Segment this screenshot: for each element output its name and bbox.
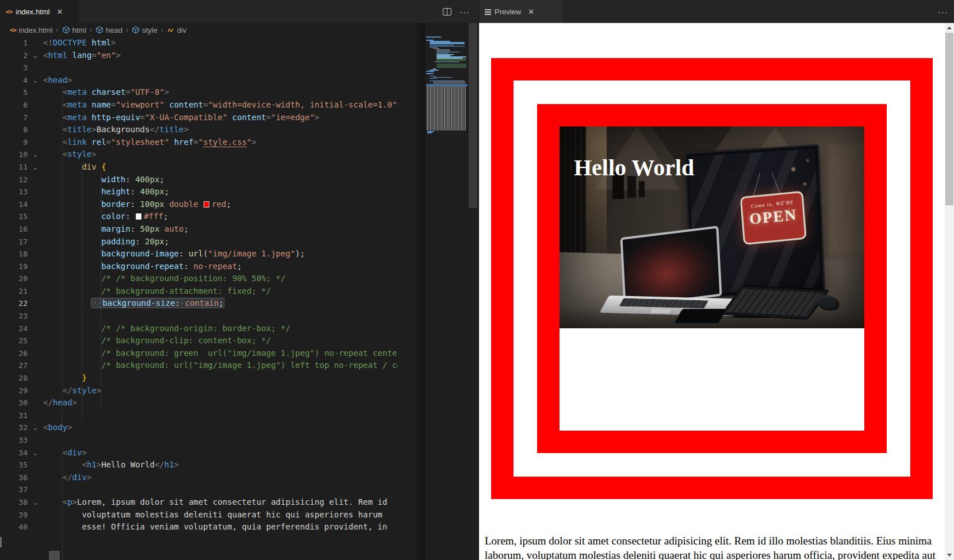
indent-guide <box>101 174 101 408</box>
code-line-10[interactable]: 10⌄ <style> <box>0 148 479 161</box>
gutter-decoration <box>0 537 2 547</box>
scroll-up-icon[interactable] <box>947 26 952 29</box>
fold-spacer <box>28 112 43 124</box>
code-line-21[interactable]: 21 /* background-attachment: fixed; */ <box>0 285 479 298</box>
breadcrumb-item-index.html[interactable]: <>index.html <box>10 26 53 34</box>
code-line-35[interactable]: 35 <h1>Hello World</h1> <box>0 459 479 471</box>
fold-spacer <box>28 409 43 422</box>
close-tab-icon[interactable]: ✕ <box>55 6 66 17</box>
code-line-36[interactable]: 36 </div> <box>0 471 479 484</box>
page-scrollbar-thumb[interactable] <box>945 33 953 205</box>
code-line-15[interactable]: 15 color: #fff; <box>0 210 479 223</box>
paragraph-line: laborum, voluptatum molestias deleniti q… <box>485 548 942 560</box>
code-line-40[interactable]: 40 esse! Officia veniam voluptatum, quia… <box>0 521 479 534</box>
fold-spacer <box>28 198 43 211</box>
minimap[interactable] <box>426 23 468 560</box>
code-line-13[interactable]: 13 height: 400px; <box>0 186 479 198</box>
code-line-11[interactable]: 11⌄ div { <box>0 161 479 174</box>
fold-spacer <box>28 285 43 298</box>
preview-tab-label: Preview <box>495 7 521 16</box>
breadcrumb-separator: › <box>56 26 59 34</box>
code-line-26[interactable]: 26 /* background: green url("img/image 1… <box>0 347 479 360</box>
fold-spacer <box>28 223 43 236</box>
code-line-3[interactable]: 3 <box>0 62 479 74</box>
code-line-20[interactable]: 20 /* /* background-position: 90% 50%; *… <box>0 273 479 285</box>
fold-chevron-icon[interactable]: ⌄ <box>28 49 43 62</box>
code-line-7[interactable]: 7 <meta http-equiv="X-UA-Compatible" con… <box>0 112 479 124</box>
code-line-24[interactable]: 24 /* /* background-origin: border-box; … <box>0 323 479 335</box>
code-line-18[interactable]: 18 background-image: url("img/image 1.jp… <box>0 248 479 260</box>
code-line-8[interactable]: 8 <title>Backgrounds</title> <box>0 124 479 136</box>
fold-chevron-icon[interactable]: ⌄ <box>28 496 43 509</box>
code-line-39[interactable]: 39 voluptatum molestias deleniti quaerat… <box>0 509 479 521</box>
breadcrumb-item-html[interactable]: html <box>62 26 87 34</box>
fold-spacer <box>28 62 43 74</box>
fold-chevron-icon[interactable]: ⌄ <box>28 447 43 459</box>
code-line-22[interactable]: 22 ··background-size:·contain; <box>0 297 479 310</box>
editor-scrollbar-thumb[interactable] <box>469 23 477 208</box>
code-line-9[interactable]: 9 <link rel="stylesheet" href="style.css… <box>0 136 479 149</box>
fold-spacer <box>28 124 43 136</box>
fold-chevron-icon[interactable]: ⌄ <box>28 74 43 87</box>
minimap-text-block <box>427 86 466 131</box>
preview-more-actions-icon[interactable]: ··· <box>938 7 948 17</box>
code-line-37[interactable]: 37 <box>0 484 479 496</box>
fold-chevron-icon[interactable]: ⌄ <box>28 148 43 161</box>
code-line-5[interactable]: 5 <meta charset="UTF-8"> <box>0 86 479 99</box>
symbol-element-icon <box>167 26 175 34</box>
code-line-33[interactable]: 33 <box>0 434 479 447</box>
code-line-28[interactable]: 28 } <box>0 372 479 385</box>
color-swatch <box>136 213 141 220</box>
code-line-19[interactable]: 19 background-repeat: no-repeat; <box>0 260 479 273</box>
color-swatch <box>204 201 209 208</box>
editor-group: <> index.html ✕ ··· <>index.html›html›he… <box>0 0 479 560</box>
editor-tab-bar: <> index.html ✕ ··· <box>0 0 479 23</box>
cube-icon <box>132 26 140 34</box>
border-gap: Hello World <box>514 80 910 477</box>
code-line-25[interactable]: 25 /* background-clip: content-box; */ <box>0 335 479 347</box>
code-line-14[interactable]: 14 border: 100px double red; <box>0 198 479 211</box>
code-line-17[interactable]: 17 padding: 20px; <box>0 236 479 248</box>
hello-world-heading: Hello World <box>574 154 694 181</box>
code-line-27[interactable]: 27 /* background: url("img/image 1.jpeg"… <box>0 359 479 372</box>
preview-tab-bar: Preview ✕ ··· <box>479 0 954 23</box>
fold-spacer <box>28 37 43 49</box>
code-line-32[interactable]: 32⌄<body> <box>0 421 479 434</box>
code-line-6[interactable]: 6 <meta name="viewport" content="width=d… <box>0 99 479 112</box>
code-line-34[interactable]: 34⌄ <div> <box>0 447 479 459</box>
paragraph-line: Lorem, ipsum dolor sit amet consectetur … <box>485 534 942 548</box>
scroll-down-icon[interactable] <box>947 554 952 557</box>
fold-chevron-icon[interactable]: ⌄ <box>28 161 43 174</box>
code-line-2[interactable]: 2⌄<html lang="en"> <box>0 49 479 62</box>
fold-spacer <box>28 99 43 112</box>
code-editor[interactable]: 1<!DOCTYPE html>2⌄<html lang="en">34⌄<he… <box>0 37 479 560</box>
code-line-23[interactable]: 23 <box>0 310 479 323</box>
scroll-shadow <box>413 23 425 560</box>
code-line-1[interactable]: 1<!DOCTYPE html> <box>0 37 479 49</box>
more-actions-icon[interactable]: ··· <box>459 7 470 17</box>
fold-chevron-icon[interactable]: ⌄ <box>28 421 43 434</box>
code-line-12[interactable]: 12 width: 400px; <box>0 174 479 186</box>
split-editor-icon[interactable] <box>443 8 451 16</box>
breadcrumb-item-head[interactable]: head <box>95 26 122 34</box>
breadcrumb-separator: › <box>161 26 163 34</box>
breadcrumb-item-style[interactable]: style <box>132 26 158 34</box>
code-line-38[interactable]: 38⌄ <p>Lorem, ipsum dolor sit amet conse… <box>0 496 479 509</box>
code-line-29[interactable]: 29 </style> <box>0 385 479 397</box>
indent-guide <box>62 86 63 434</box>
fold-spacer <box>28 347 43 360</box>
phone <box>673 309 727 324</box>
tab-preview[interactable]: Preview ✕ <box>479 0 563 23</box>
page-scrollbar[interactable] <box>945 23 954 560</box>
preview-icon <box>485 9 491 15</box>
close-preview-icon[interactable]: ✕ <box>526 6 537 17</box>
fold-spacer <box>28 471 43 484</box>
code-line-30[interactable]: 30</head> <box>0 397 479 409</box>
fold-spacer <box>28 509 43 521</box>
rendered-page: Hello World <box>479 23 945 560</box>
breadcrumb-item-div[interactable]: div <box>167 26 187 34</box>
code-line-31[interactable]: 31 <box>0 409 479 422</box>
code-line-16[interactable]: 16 margin: 50px auto; <box>0 223 479 236</box>
tab-index-html[interactable]: <> index.html ✕ <box>0 0 79 23</box>
code-line-4[interactable]: 4⌄<head> <box>0 74 479 87</box>
